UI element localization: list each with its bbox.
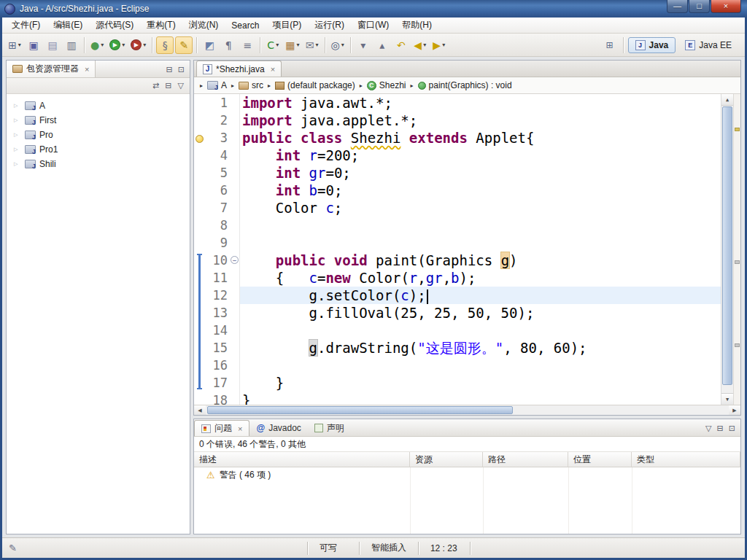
problems-row[interactable]: ⚠警告 ( 46 项 ) bbox=[194, 467, 740, 482]
line-number[interactable]: 2 bbox=[205, 112, 228, 129]
code-line[interactable]: g.drawString("这是圆形。", 80, 60); bbox=[240, 339, 721, 357]
line-number[interactable]: 18 bbox=[205, 392, 228, 405]
line-number[interactable]: 14 bbox=[205, 322, 228, 339]
tree-item-first[interactable]: ▷First bbox=[7, 113, 190, 128]
line-number[interactable]: 11 bbox=[205, 269, 228, 287]
code-line[interactable]: import java.applet.*; bbox=[240, 112, 721, 129]
menu-item[interactable]: 运行(R) bbox=[308, 17, 351, 34]
close-tab-icon[interactable]: × bbox=[238, 424, 242, 433]
toggle-mark-occurrences-button[interactable]: ✎ bbox=[175, 36, 193, 54]
minimize-view-icon[interactable]: ⊟ bbox=[717, 424, 724, 433]
line-number[interactable]: 5 bbox=[205, 164, 228, 182]
breadcrumb-item[interactable]: src bbox=[237, 79, 265, 91]
scroll-down-arrow-icon[interactable]: ▼ bbox=[721, 393, 733, 405]
save-button[interactable]: ▣ bbox=[25, 36, 42, 54]
horizontal-scrollbar[interactable]: ◀ ▶ bbox=[194, 405, 740, 415]
code-line[interactable]: } bbox=[240, 374, 721, 392]
menu-item[interactable]: 帮助(H) bbox=[395, 17, 438, 34]
column-header-2[interactable]: 资源 bbox=[410, 452, 483, 467]
tab-declaration[interactable]: 声明 bbox=[308, 420, 351, 436]
scroll-left-arrow-icon[interactable]: ◀ bbox=[194, 405, 206, 415]
line-number[interactable]: 9 bbox=[205, 234, 228, 252]
tree-item-a[interactable]: ▷A bbox=[7, 98, 190, 113]
code-line[interactable]: Color c; bbox=[240, 199, 721, 217]
next-annotation-button[interactable]: ▾ bbox=[355, 36, 372, 54]
column-header-4[interactable]: 位置 bbox=[568, 452, 632, 467]
package-explorer-tree[interactable]: ▷A▷First▷Pro▷Pro1▷Shili bbox=[7, 95, 190, 534]
format-source-button[interactable]: ≡ bbox=[239, 36, 256, 54]
back-button[interactable]: ◀▾ bbox=[411, 36, 429, 54]
code-line[interactable]: public void paint(Graphics g) bbox=[240, 252, 721, 269]
line-number[interactable]: 3 bbox=[205, 129, 228, 147]
line-number[interactable]: 4 bbox=[205, 147, 228, 164]
vertical-scrollbar-thumb[interactable] bbox=[722, 106, 732, 385]
problems-body[interactable]: ⚠警告 ( 46 项 ) bbox=[194, 467, 740, 534]
overview-occurrence-marker[interactable] bbox=[735, 260, 740, 264]
code-area[interactable]: import java.awt.*;import java.applet.*;p… bbox=[240, 94, 721, 405]
maximize-view-icon[interactable]: ⊡ bbox=[178, 65, 185, 74]
menu-item[interactable]: 文件(F) bbox=[5, 17, 47, 34]
last-edit-location-button[interactable]: ↶ bbox=[392, 36, 410, 54]
code-line[interactable]: import java.awt.*; bbox=[240, 94, 721, 112]
perspective-java[interactable]: J Java bbox=[628, 37, 676, 53]
breadcrumb-item[interactable]: A bbox=[206, 79, 228, 91]
code-line[interactable]: int r=200; bbox=[240, 147, 721, 164]
line-number[interactable]: 10 bbox=[205, 252, 228, 269]
menu-item[interactable]: 项目(P) bbox=[266, 17, 308, 34]
line-number[interactable]: 7 bbox=[205, 199, 228, 217]
overview-warning-marker[interactable] bbox=[735, 128, 740, 131]
code-line[interactable]: g.setColor(c); bbox=[240, 287, 721, 304]
code-line[interactable]: { c=new Color(r,gr,b); bbox=[240, 269, 721, 287]
perspective-javaee[interactable]: E Java EE bbox=[678, 37, 739, 53]
expander-icon[interactable]: ▷ bbox=[14, 103, 21, 109]
maximize-view-icon[interactable]: ⊡ bbox=[729, 424, 735, 433]
scroll-up-arrow-icon[interactable]: ▲ bbox=[721, 94, 733, 106]
line-number[interactable]: 12 bbox=[205, 287, 228, 304]
menu-item[interactable]: 重构(T) bbox=[140, 17, 182, 34]
column-header-1[interactable]: 描述 bbox=[194, 452, 410, 467]
close-button[interactable]: × bbox=[711, 0, 741, 13]
new-wizard-button[interactable]: ⊞▾ bbox=[6, 36, 23, 54]
toggle-breadcrumb-button[interactable]: § bbox=[156, 36, 174, 54]
code-line[interactable] bbox=[240, 217, 721, 234]
line-number[interactable]: 13 bbox=[205, 304, 228, 322]
menu-item[interactable]: 浏览(N) bbox=[182, 17, 225, 34]
breadcrumb-item[interactable]: paint(Graphics) : void bbox=[417, 79, 514, 91]
expander-icon[interactable]: ▷ bbox=[14, 161, 21, 167]
menu-item[interactable]: 窗口(W) bbox=[351, 17, 395, 34]
expander-icon[interactable]: ▷ bbox=[14, 147, 21, 152]
code-line[interactable]: int b=0; bbox=[240, 182, 721, 199]
fold-ruler[interactable]: − bbox=[231, 94, 240, 405]
code-line[interactable] bbox=[240, 322, 721, 339]
horizontal-scrollbar-thumb[interactable] bbox=[207, 406, 513, 414]
close-tab-icon[interactable]: × bbox=[271, 65, 275, 74]
overview-occurrence-marker[interactable] bbox=[735, 343, 740, 347]
open-perspective-button[interactable]: ⊞ bbox=[601, 37, 619, 53]
save-all-button[interactable]: ▤ bbox=[44, 36, 61, 54]
line-number[interactable]: 15 bbox=[205, 339, 228, 357]
editor-tab-shezhi[interactable]: J *Shezhi.java × bbox=[196, 61, 282, 77]
line-number[interactable]: 16 bbox=[205, 357, 228, 374]
run-external-tools-button[interactable]: ▶▾ bbox=[128, 36, 148, 54]
tab-problems[interactable]: 问题× bbox=[194, 420, 249, 436]
view-menu-icon[interactable]: ▽ bbox=[178, 81, 184, 90]
minimize-view-icon[interactable]: ⊟ bbox=[166, 65, 173, 74]
breadcrumb-item[interactable]: CShezhi bbox=[365, 79, 408, 91]
code-line[interactable] bbox=[240, 234, 721, 252]
fold-collapse-icon[interactable]: − bbox=[231, 256, 239, 264]
previous-annotation-button[interactable]: ▴ bbox=[374, 36, 391, 54]
line-number[interactable]: 6 bbox=[205, 182, 228, 199]
scroll-right-arrow-icon[interactable]: ▶ bbox=[729, 405, 740, 415]
line-number[interactable]: 17 bbox=[205, 374, 228, 392]
line-number[interactable]: 8 bbox=[205, 217, 228, 234]
minimize-button[interactable]: — bbox=[667, 0, 688, 13]
code-line[interactable] bbox=[240, 357, 721, 374]
link-with-editor-icon[interactable]: ⇄ bbox=[152, 81, 159, 90]
title-bar[interactable]: Java - A/src/Shezhi.java - Eclipse — □ × bbox=[0, 0, 747, 18]
new-java-package-button[interactable]: ▦▾ bbox=[283, 36, 301, 54]
menu-item[interactable]: 编辑(E) bbox=[47, 17, 89, 34]
expander-icon[interactable]: ▷ bbox=[14, 117, 21, 123]
maximize-button[interactable]: □ bbox=[689, 0, 710, 13]
annotation-ruler[interactable] bbox=[194, 94, 205, 405]
show-whitespace-button[interactable]: ¶ bbox=[220, 36, 237, 54]
